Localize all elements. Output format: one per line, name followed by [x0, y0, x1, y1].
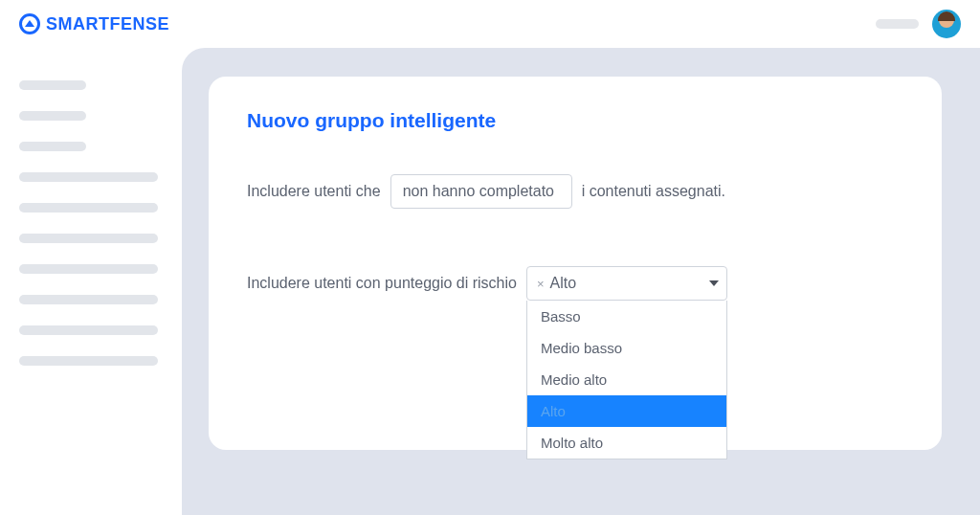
rule-row-risk: Includere utenti con punteggio di rischi… — [247, 266, 903, 301]
risk-option[interactable]: Basso — [527, 301, 726, 332]
sidebar-item[interactable] — [19, 264, 158, 274]
rule-prefix-text: Includere utenti che — [247, 183, 381, 200]
brand-logo[interactable]: SMARTFENSE — [19, 13, 169, 34]
brand-name: SMARTFENSE — [46, 14, 169, 34]
rule-row-completion: Includere utenti che non hanno completat… — [247, 174, 903, 209]
sidebar-item[interactable] — [19, 142, 86, 151]
risk-option[interactable]: Medio basso — [527, 332, 726, 364]
completion-select-value: non hanno completato — [403, 183, 554, 200]
risk-dropdown-list: BassoMedio bassoMedio altoAltoMolto alto — [526, 301, 727, 459]
risk-select[interactable]: × Alto — [526, 266, 727, 301]
smart-group-card: Nuovo gruppo intelligente Includere uten… — [209, 77, 942, 450]
risk-option[interactable]: Medio alto — [527, 364, 726, 395]
topbar-placeholder — [876, 19, 919, 29]
risk-label-text: Includere utenti con punteggio di rischi… — [247, 275, 517, 292]
rule-suffix-text: i contenuti assegnati. — [582, 183, 725, 200]
remove-tag-icon[interactable]: × — [535, 277, 546, 291]
sidebar-item[interactable] — [19, 356, 158, 366]
risk-option[interactable]: Alto — [527, 395, 726, 427]
card-title: Nuovo gruppo intelligente — [247, 109, 903, 132]
sidebar-item[interactable] — [19, 80, 86, 90]
risk-select-value: Alto — [550, 275, 577, 292]
sidebar-item[interactable] — [19, 234, 158, 243]
chevron-down-icon — [709, 280, 719, 286]
risk-option[interactable]: Molto alto — [527, 427, 726, 459]
completion-select[interactable]: non hanno completato — [390, 174, 572, 209]
sidebar — [0, 48, 182, 515]
sidebar-item[interactable] — [19, 111, 86, 121]
avatar[interactable] — [932, 10, 961, 38]
sidebar-item[interactable] — [19, 325, 158, 335]
brand-icon — [19, 13, 40, 34]
topbar-right — [876, 10, 961, 38]
sidebar-item[interactable] — [19, 203, 158, 213]
risk-dropdown-container: × Alto BassoMedio bassoMedio altoAltoMol… — [526, 266, 727, 301]
content-area: Nuovo gruppo intelligente Includere uten… — [182, 48, 980, 515]
topbar: SMARTFENSE — [0, 0, 980, 48]
sidebar-item[interactable] — [19, 172, 158, 182]
main-wrap: Nuovo gruppo intelligente Includere uten… — [0, 48, 980, 515]
sidebar-item[interactable] — [19, 295, 158, 304]
selected-tag: × Alto — [535, 275, 576, 292]
